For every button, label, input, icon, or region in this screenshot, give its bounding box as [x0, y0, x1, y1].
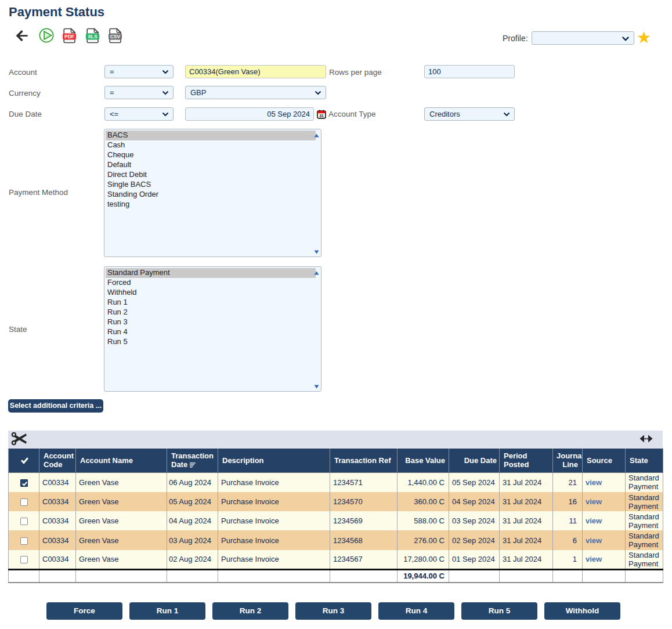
svg-text:31: 31: [319, 114, 324, 118]
svg-text:XLS: XLS: [88, 34, 97, 39]
svg-text:PDF: PDF: [64, 34, 74, 39]
svg-text:CSV: CSV: [110, 34, 121, 39]
